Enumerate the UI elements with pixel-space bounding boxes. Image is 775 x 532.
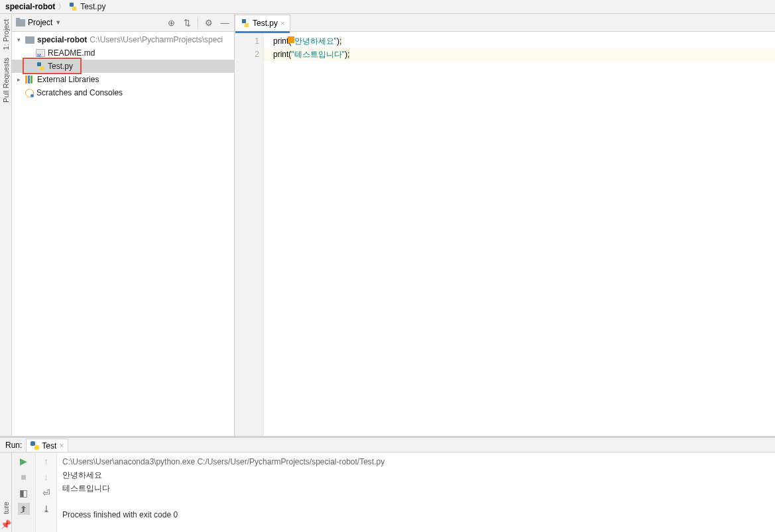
stop-icon[interactable]: ■ [18,471,30,483]
project-view-selector[interactable]: Project ▼ [16,18,162,27]
run-toolbar-primary: ▶ ■ ◧ ⮭ [12,452,36,532]
console-command: C:\Users\User\anaconda3\python.exe C:/Us… [62,455,770,468]
hide-icon[interactable]: — [219,17,230,28]
run-tool-window: Run: Test × 📌 ture ▶ ■ ◧ ⮭ ↑ ↓ ⏎ ⤓ C:\Us… [0,436,775,532]
close-icon[interactable]: × [280,19,284,27]
editor-tab-test[interactable]: Test.py × [235,15,290,31]
up-icon[interactable]: ↑ [40,455,52,467]
python-file-icon [241,19,250,28]
rerun-icon[interactable]: ▶ [18,455,30,467]
code-line[interactable]: print("테스트입니다"); [273,48,775,61]
libraries-icon [25,76,34,83]
chevron-right-icon[interactable]: ▸ [15,76,23,83]
tree-scratches[interactable]: Scratches and Consoles [12,86,234,99]
down-icon[interactable]: ↓ [40,471,52,483]
gear-icon[interactable]: ⚙ [204,17,214,28]
console-line: 테스트입니다 [62,482,770,495]
run-header: Run: Test × [0,438,775,452]
python-file-icon [68,2,78,11]
external-libs-label: External Libraries [37,75,99,84]
code-editor[interactable]: 1 2 print("안녕하세요"); print("테스트입니다"); [235,32,775,436]
file-name: README.md [48,48,95,58]
editor-area: Test.py × 1 2 print("안녕하세요"); print("테스트… [235,14,775,436]
fn-call: print [273,50,288,59]
console-blank [62,495,770,508]
console-exit: Process finished with exit code 0 [62,508,770,521]
tree-external-libs[interactable]: ▸ External Libraries [12,73,234,86]
run-config-name: Test [42,441,56,451]
python-file-icon [36,62,45,71]
folder-icon [16,19,25,27]
root-name: special-robot [37,35,87,44]
tree-file-test[interactable]: Test.py [12,60,234,73]
tree-root[interactable]: ▾ special-robot C:\Users\User\PycharmPro… [12,33,234,46]
run-label: Run: [5,441,22,450]
locate-icon[interactable]: ⊕ [166,17,176,28]
string-literal: "테스트입니다" [291,50,345,59]
run-toolbar-secondary: ↑ ↓ ⏎ ⤓ [36,452,57,532]
code-content[interactable]: print("안녕하세요"); print("테스트입니다"); [264,32,775,436]
line-number: 1 [235,34,259,48]
structure-tab-vertical[interactable]: ture [2,499,10,517]
markdown-file-icon [36,49,45,57]
string-literal: "안녕하세요" [291,36,337,46]
soft-wrap-icon[interactable]: ⏎ [40,487,52,499]
tab-label: Test.py [253,19,278,28]
editor-tabs[interactable]: Test.py × [235,14,775,32]
line-number-gutter: 1 2 [235,32,264,436]
semicolon: ; [339,36,341,46]
fn-call: print [273,36,288,46]
chevron-down-icon[interactable]: ▾ [15,36,23,43]
left-tool-window-bar[interactable]: 1: Project Pull Requests [0,14,12,436]
expand-all-icon[interactable]: ⇅ [182,17,192,28]
breadcrumb-file[interactable]: Test.py [80,2,105,11]
code-line[interactable]: print("안녕하세요"); [273,34,775,48]
left-tool-window-bar-bottom[interactable]: 📌 ture [0,452,12,532]
close-icon[interactable]: × [59,441,64,451]
project-tab-vertical[interactable]: 1: Project [2,17,10,52]
file-name: Test.py [48,62,73,71]
breadcrumb: special-robot 〉 Test.py [0,0,775,14]
breadcrumb-project[interactable]: special-robot [5,2,55,11]
python-icon [30,441,39,450]
breadcrumb-separator: 〉 [58,1,66,13]
root-path: C:\Users\User\PycharmProjects\speci [89,35,223,44]
project-sidebar-header: Project ▼ ⊕ ⇅ ⚙ — [12,14,234,32]
tree-file-readme[interactable]: README.md [12,46,234,60]
console-line: 안녕하세요 [62,468,770,482]
console-output[interactable]: C:\Users\User\anaconda3\python.exe C:/Us… [57,452,775,532]
project-sidebar: Project ▼ ⊕ ⇅ ⚙ — ▾ special-robot C:\Use… [12,14,235,436]
semicolon: ; [347,50,349,59]
separator [198,17,198,28]
warning-icon[interactable] [288,36,294,43]
scratches-icon [25,89,34,97]
project-view-label: Project [28,18,52,27]
line-number: 2 [235,48,259,61]
toggle-icon[interactable]: ⮭ [18,503,30,515]
pull-requests-tab-vertical[interactable]: Pull Requests [2,55,10,105]
project-tree[interactable]: ▾ special-robot C:\Users\User\PycharmPro… [12,32,234,436]
layout-icon[interactable]: ◧ [18,487,30,499]
scroll-icon[interactable]: ⤓ [40,503,52,515]
pin-icon[interactable]: 📌 [1,519,11,529]
scratches-label: Scratches and Consoles [36,88,123,97]
dropdown-icon: ▼ [55,19,61,26]
folder-icon [25,36,34,44]
run-config-tab[interactable]: Test × [26,439,68,452]
